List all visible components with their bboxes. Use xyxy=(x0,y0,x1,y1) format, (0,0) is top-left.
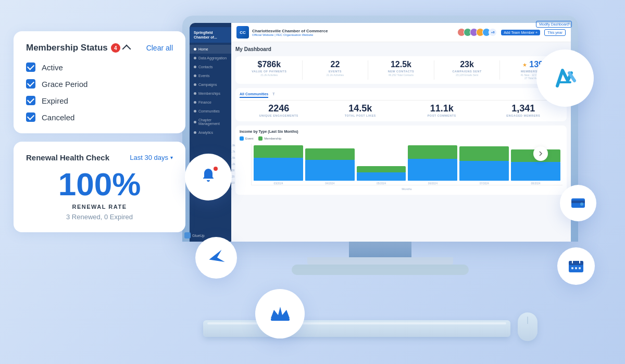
sidebar-item-data[interactable]: Data Aggregation xyxy=(190,54,231,62)
analytics-icon xyxy=(194,131,196,134)
sidebar-item-memberships[interactable]: Memberships xyxy=(190,89,231,98)
stat-divider-1 xyxy=(302,60,303,80)
contacts-icon xyxy=(194,66,196,68)
y-label-6: 1.7k xyxy=(231,150,235,153)
sidebar-events-label: Events xyxy=(198,74,209,78)
org-logo-text: CC xyxy=(240,30,246,35)
membership-bar-2 xyxy=(357,166,406,172)
add-team-button[interactable]: Add Team Member + xyxy=(501,30,540,35)
tab-other[interactable]: T xyxy=(272,92,274,98)
membership-checkbox-list: Active Grace Period Expired Canceled xyxy=(26,62,173,122)
bar-label-3: 06/2024 xyxy=(428,182,438,185)
ai-circle xyxy=(536,49,594,107)
membership-status-card: Membership Status 4 Clear all Active Gra… xyxy=(14,31,185,133)
glueup-icon xyxy=(190,232,191,239)
bar-label-2: 05/2024 xyxy=(377,182,386,185)
checkbox-expired-box xyxy=(26,96,35,105)
clear-all-button[interactable]: Clear all xyxy=(146,44,173,52)
renewal-health-card: Renewal Health Check Last 30 days ▾ 100%… xyxy=(14,142,185,232)
sidebar-item-contacts[interactable]: Contacts xyxy=(190,62,231,71)
chart-legend: Event Membership xyxy=(240,136,562,141)
finance-icon xyxy=(194,101,196,104)
monitor-outer: Springfield Chamber of... Home Data Aggr… xyxy=(182,16,578,242)
calendar-circle xyxy=(557,247,595,285)
event-bar-4 xyxy=(459,161,509,181)
community-stat-comments: 11.1k POST COMMENTS xyxy=(403,104,481,117)
bell-circle xyxy=(185,154,232,200)
community-tabs: All Communities T xyxy=(240,92,562,101)
this-year-button[interactable]: This year xyxy=(544,29,566,36)
checkbox-canceled[interactable]: Canceled xyxy=(26,112,173,122)
org-link1[interactable]: Official Website xyxy=(252,33,273,36)
event-legend-dot xyxy=(240,136,244,141)
sidebar-analytics-label: Analytics xyxy=(198,131,213,134)
community-stat-likes: 14.5k TOTAL POST LIKES xyxy=(321,104,400,117)
renewal-rate-label: RENEWAL RATE xyxy=(26,204,173,210)
avatar-group: +8 xyxy=(457,28,497,36)
star-icon: ★ xyxy=(522,62,527,68)
checkbox-grace-box xyxy=(26,79,35,89)
y-label-2: 625 xyxy=(231,175,235,178)
sidebar-item-finance[interactable]: Finance xyxy=(190,98,231,107)
days-selector[interactable]: Last 30 days ▾ xyxy=(130,154,173,161)
bar-group-1: 04/2024 xyxy=(305,148,355,185)
svg-rect-2 xyxy=(271,318,290,321)
stat-contacts: 12.5k NEW CONTACTS 46,252 Total Contacts xyxy=(371,60,431,80)
sidebar-item-campaigns[interactable]: Campaigns xyxy=(190,80,231,89)
bell-icon xyxy=(199,167,218,187)
legend-event: Event xyxy=(240,136,253,141)
stat-divider-4 xyxy=(499,60,500,80)
sidebar-item-analytics[interactable]: Analytics xyxy=(190,128,231,137)
checkbox-expired[interactable]: Expired xyxy=(26,96,173,105)
stat-divider-3 xyxy=(434,60,434,80)
sidebar-item-events[interactable]: Events xyxy=(190,71,231,80)
glueup-text: GlueUp xyxy=(192,234,205,237)
nav-arrow-button[interactable] xyxy=(533,146,548,161)
bar-label-4: 07/2024 xyxy=(480,182,489,185)
membership-legend-dot xyxy=(258,136,262,141)
community-members-value: 1,341 xyxy=(484,104,563,113)
chart-area: 03/202404/202405/202406/202407/202408/20… xyxy=(251,144,562,185)
org-details: Charlottesville Chamber of Commerce Offi… xyxy=(252,29,328,36)
chevron-up-icon xyxy=(122,44,131,53)
bar-label-0: 03/2024 xyxy=(273,182,283,185)
stat-campaigns-sub: 23,128 Emails Sent xyxy=(438,73,497,77)
svg-rect-7 xyxy=(569,261,583,265)
screen-header: CC Charlottesville Chamber of Commerce O… xyxy=(231,23,571,42)
checkbox-grace-label: Grace Period xyxy=(42,80,88,89)
org-link2[interactable]: FEC Organisation Website xyxy=(276,33,313,36)
y-label-3: 938 xyxy=(231,169,235,172)
checkbox-active[interactable]: Active xyxy=(26,62,173,72)
modify-dashboard-button[interactable]: Modify Dashboard xyxy=(536,23,571,28)
renewal-header: Renewal Health Check Last 30 days ▾ xyxy=(26,153,173,162)
stat-payments-label: VALUE OF PAYMENTS xyxy=(240,70,299,73)
stat-campaigns-label: CAMPAIGNS SENT xyxy=(438,70,497,73)
glueup-logo: GlueUp xyxy=(190,232,571,239)
sidebar-contacts-label: Contacts xyxy=(198,65,213,69)
communities-icon xyxy=(194,110,196,112)
stat-events-sub: 21.2k Activities xyxy=(306,73,365,77)
stat-divider-2 xyxy=(368,60,368,80)
chart-wrapper: 1.9k 1.7k 1.5k 1.2k 938 625 313 0 xyxy=(240,144,562,191)
svg-rect-12 xyxy=(579,267,581,269)
chevron-right-icon xyxy=(538,151,543,156)
sidebar-item-home[interactable]: Home xyxy=(190,45,231,54)
community-stat-members: 1,341 ENGAGED MEMBERS xyxy=(484,104,563,117)
sidebar-data-label: Data Aggregation xyxy=(198,56,227,60)
checkbox-grace[interactable]: Grace Period xyxy=(26,79,173,89)
community-engagements-value: 2246 xyxy=(240,104,318,113)
bar-group-4: 07/2024 xyxy=(459,146,509,185)
membership-bar-0 xyxy=(254,145,303,158)
bell-notification-dot xyxy=(213,166,219,172)
community-members-label: ENGAGED MEMBERS xyxy=(484,114,563,117)
avatar-count: +8 xyxy=(489,28,497,36)
stats-row: $786k VALUE OF PAYMENTS 21.2k Activities… xyxy=(235,56,567,84)
keyboard xyxy=(203,320,510,337)
sidebar-item-communities[interactable]: Communities xyxy=(190,107,231,116)
membership-bar-4 xyxy=(459,146,509,161)
stat-campaigns-value: 23k xyxy=(438,60,497,69)
tab-all-communities[interactable]: All Communities xyxy=(240,92,268,98)
membership-title-text: Membership Status xyxy=(26,43,108,53)
sidebar-item-chapter[interactable]: Chapter Management xyxy=(190,116,231,128)
events-icon xyxy=(194,74,196,77)
